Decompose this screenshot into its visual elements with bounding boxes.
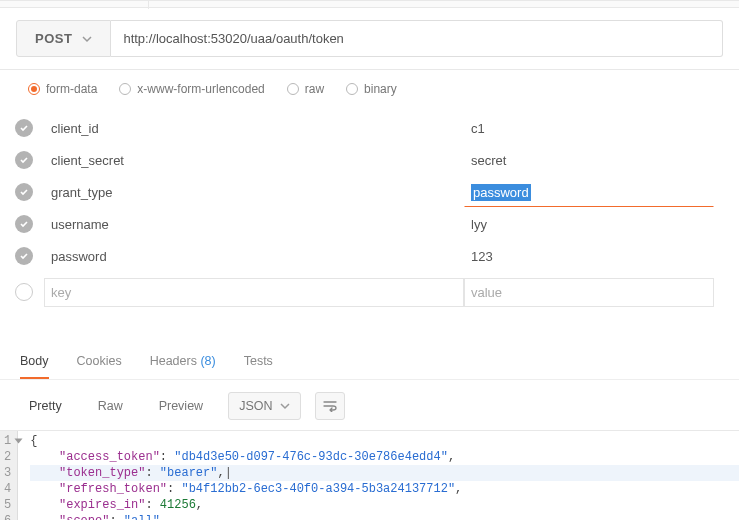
radio-circle-icon: [119, 83, 131, 95]
param-key-input[interactable]: client_id: [44, 114, 464, 143]
param-value-input[interactable]: 123: [464, 242, 714, 271]
radio-label: binary: [364, 82, 397, 96]
code-line: "token_type": "bearer",|: [30, 465, 739, 481]
response-body-viewer[interactable]: 1234567 { "access_token": "db4d3e50-d097…: [0, 430, 739, 520]
top-divider: [0, 0, 739, 8]
response-tabs: Body Cookies Headers (8) Tests: [0, 344, 739, 380]
http-method-dropdown[interactable]: POST: [16, 20, 111, 57]
code-line: "refresh_token": "b4f12bb2-6ec3-40f0-a39…: [30, 481, 739, 497]
param-enabled-toggle[interactable]: [14, 282, 34, 302]
param-key-input[interactable]: client_secret: [44, 146, 464, 175]
param-key-input[interactable]: username: [44, 210, 464, 239]
param-row: password 123: [14, 240, 725, 272]
param-row-new: key value: [14, 276, 725, 308]
param-row: grant_type password: [14, 176, 725, 208]
param-key-input[interactable]: key: [44, 278, 464, 307]
param-row: client_id c1: [14, 112, 725, 144]
view-preview[interactable]: Preview: [148, 392, 214, 420]
radio-circle-icon: [287, 83, 299, 95]
chevron-down-icon: [280, 401, 290, 411]
url-input[interactable]: [111, 20, 723, 57]
params-table: client_id c1 client_secret secret grant_…: [0, 104, 739, 322]
response-controls: Pretty Raw Preview JSON: [0, 380, 739, 430]
radio-label: raw: [305, 82, 324, 96]
param-key-input[interactable]: grant_type: [44, 178, 464, 207]
headers-count: (8): [200, 354, 215, 368]
radio-binary[interactable]: binary: [346, 82, 397, 96]
param-enabled-toggle[interactable]: [14, 118, 34, 138]
line-gutter: 1234567: [0, 431, 18, 520]
code-line: "access_token": "db4d3e50-d097-476c-93dc…: [30, 449, 739, 465]
view-raw[interactable]: Raw: [87, 392, 134, 420]
tab-tests[interactable]: Tests: [244, 344, 273, 379]
param-enabled-toggle[interactable]: [14, 182, 34, 202]
param-value-input[interactable]: password: [464, 178, 714, 207]
wrap-icon: [323, 400, 337, 412]
http-method-label: POST: [35, 31, 72, 46]
request-bar: POST: [0, 8, 739, 70]
radio-dot-icon: [28, 83, 40, 95]
wrap-toggle[interactable]: [315, 392, 345, 420]
body-type-row: form-data x-www-form-urlencoded raw bina…: [0, 70, 739, 104]
code-lines[interactable]: { "access_token": "db4d3e50-d097-476c-93…: [18, 431, 739, 520]
radio-circle-icon: [346, 83, 358, 95]
param-enabled-toggle[interactable]: [14, 246, 34, 266]
param-row: username lyy: [14, 208, 725, 240]
format-label: JSON: [239, 399, 272, 413]
param-value-input[interactable]: secret: [464, 146, 714, 175]
radio-form-data[interactable]: form-data: [28, 82, 97, 96]
radio-label: x-www-form-urlencoded: [137, 82, 264, 96]
param-value-input[interactable]: value: [464, 278, 714, 307]
chevron-down-icon: [82, 34, 92, 44]
view-pretty[interactable]: Pretty: [18, 392, 73, 420]
code-line: "scope": "all": [30, 513, 739, 520]
tab-body[interactable]: Body: [20, 344, 49, 379]
selected-text: password: [471, 184, 531, 201]
format-dropdown[interactable]: JSON: [228, 392, 301, 420]
param-key-input[interactable]: password: [44, 242, 464, 271]
param-enabled-toggle[interactable]: [14, 214, 34, 234]
code-line: {: [30, 433, 739, 449]
tab-headers[interactable]: Headers (8): [150, 344, 216, 379]
tab-cookies[interactable]: Cookies: [77, 344, 122, 379]
param-value-input[interactable]: lyy: [464, 210, 714, 239]
radio-label: form-data: [46, 82, 97, 96]
radio-raw[interactable]: raw: [287, 82, 324, 96]
code-line: "expires_in": 41256,: [30, 497, 739, 513]
param-enabled-toggle[interactable]: [14, 150, 34, 170]
param-row: client_secret secret: [14, 144, 725, 176]
radio-urlencoded[interactable]: x-www-form-urlencoded: [119, 82, 264, 96]
param-value-input[interactable]: c1: [464, 114, 714, 143]
